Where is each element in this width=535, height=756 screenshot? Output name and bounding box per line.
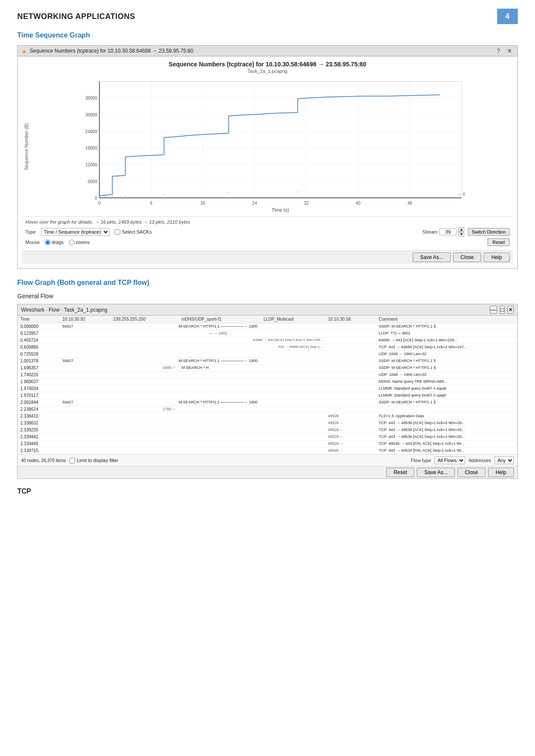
flow-row[interactable]: 1.696357 2000 ← M-SEARCH * H SSDP: M-SEA… [18, 365, 517, 372]
cell-comment: SSDP: M-SEARCH * HTTP/1.1 § [376, 365, 517, 372]
flow-items-info: 40 nodes, 26,370 items [21, 458, 66, 463]
cell-flow [60, 440, 325, 447]
flow-row[interactable]: 1.970034 LLMNR: Standard query 0x467 A s… [18, 385, 517, 392]
cell-dest [325, 372, 376, 378]
flow-row[interactable]: 0.455724 64680 → 443 [ACK] Seq=1 Ack=1 W… [18, 337, 517, 344]
cell-dest [325, 385, 376, 392]
stream-up-btn[interactable]: ▲ [458, 227, 464, 232]
cell-dest: 49526 [325, 413, 376, 420]
cell-time: 2.339442 [18, 434, 60, 440]
flow-maximize-btn[interactable]: □ [500, 306, 505, 314]
cell-time: 0.605886 [18, 344, 60, 351]
svg-text:24: 24 [252, 201, 257, 206]
select-sacks-checkbox[interactable] [115, 229, 120, 235]
cell-dest [325, 399, 376, 406]
help-ctrl-btn[interactable]: ? [495, 47, 502, 54]
cell-dest: 49526 ← [325, 427, 376, 434]
hover-info: Hover over the graph for details. → 16 p… [25, 219, 510, 225]
cell-dest [325, 337, 376, 344]
zooms-radio[interactable] [69, 240, 75, 245]
flow-close-button[interactable]: Close [457, 468, 485, 477]
wireshark-icon: ▲ [21, 47, 27, 54]
stream-spinner[interactable]: ▲ ▼ [458, 227, 464, 237]
mouse-controls: Mouse drags zooms [25, 240, 90, 245]
flow-row[interactable]: 1.960637 MDNS: Name query TRE 68PAD=685.… [18, 378, 517, 385]
type-select[interactable]: Time / Sequence (tcptrace) [41, 228, 110, 236]
flow-minimize-btn[interactable]: — [490, 306, 497, 314]
cell-flow: 64680 → 443 [ACK] Seq=1 Ack=1 Win=228... [111, 337, 325, 344]
switch-direction-button[interactable]: Switch Direction [468, 228, 510, 236]
reset-button[interactable]: Reset [488, 238, 510, 246]
cell-dest: 49526 ← [325, 434, 376, 440]
close-button[interactable]: Close [453, 253, 481, 262]
stream-input[interactable] [439, 228, 457, 235]
limit-filter-checkbox[interactable] [69, 458, 75, 463]
save-as-button[interactable]: Save As... [413, 253, 451, 262]
flow-row[interactable]: 2.238624 1700 ← [18, 406, 517, 413]
cell-time: 0.455724 [18, 337, 60, 344]
flow-row[interactable]: 2.001844 59427 M-SEARCH * HTTP/1.1 —————… [18, 399, 517, 406]
flow-row[interactable]: 0.605886 443 → 64680 [ACK] Seq=1... TCP:… [18, 344, 517, 351]
flow-row[interactable]: 0.725528 UDP: 1046 → 1900 Len=32 [18, 351, 517, 358]
drags-text: drags [52, 240, 64, 245]
cell-comment: TCP: 443 → 49536 [ACK] Seq=1 Ack=1 Win=2… [376, 427, 517, 434]
stream-down-btn[interactable]: ▼ [458, 232, 464, 237]
cell-flow: 2000 ← [60, 365, 179, 372]
flow-row[interactable]: 1.970117 LLMNR: Standard query 0x467 A c… [18, 392, 517, 399]
select-sacks-label[interactable]: Select SACKs [115, 229, 152, 235]
cell-src [60, 337, 111, 344]
zooms-radio-label[interactable]: zooms [69, 240, 90, 245]
flow-help-button[interactable]: Help [488, 468, 514, 477]
cell-src: 59427 [60, 399, 111, 406]
cell-dest [325, 378, 376, 385]
time-sequence-titlebar: ▲ Sequence Numbers (tcptrace) for 10.10.… [18, 46, 517, 56]
cell-time: 1.696357 [18, 365, 60, 372]
flow-table-content: Time 10.10.30.92 239.255.255.250 mDNS/UD… [18, 316, 517, 454]
flow-row[interactable]: 2.339442 49526 ← TCP: 443 → 49536 [ACK] … [18, 434, 517, 440]
flow-bottom-right: Flow type All Flows Addresses Any [411, 456, 514, 464]
cell-time: 1.740226 [18, 372, 60, 378]
cell-comment: LLDP: TTL = 3601 [376, 330, 517, 337]
flow-reset-button[interactable]: Reset [386, 468, 414, 477]
close-ctrl-btn[interactable]: ✕ [505, 47, 514, 54]
drags-radio[interactable] [45, 240, 50, 245]
svg-text:0: 0 [95, 196, 97, 200]
addresses-select[interactable]: Any [494, 456, 514, 464]
cell-time: 2.339235 [18, 427, 60, 434]
col-time: Time [18, 316, 60, 323]
chart-area: Sequence Number (B) [22, 77, 513, 216]
cell-flow2 [179, 406, 325, 413]
cell-dest [325, 344, 376, 351]
type-label: Type [25, 229, 36, 234]
drags-radio-label[interactable]: drags [45, 240, 64, 245]
flow-row[interactable]: 2.338410 49526 TLS>1.3: Application Data [18, 413, 517, 420]
cell-comment: 64680 → 443 [ACK] Seq=1 Ack=1 Win=228... [376, 337, 517, 344]
flow-type-select[interactable]: All Flows [435, 456, 465, 464]
flow-titlebar-controls[interactable]: — □ ✕ [490, 306, 514, 314]
stream-control: Stream ▲ ▼ [422, 227, 464, 237]
flow-save-as-button[interactable]: Save As... [417, 468, 455, 477]
cell-flow [60, 378, 325, 385]
flow-row[interactable]: 1.740226 UDP: 1046 → 1900 Len=32 [18, 372, 517, 378]
flow-close-btn[interactable]: ✕ [507, 306, 514, 314]
flow-row[interactable]: 2.339235 49526 ← TCP: 443 → 49536 [ACK] … [18, 427, 517, 434]
dialog-buttons: Save As... Close Help [22, 250, 513, 264]
titlebar-left: ▲ Sequence Numbers (tcptrace) for 10.10.… [21, 47, 193, 54]
cell-comment: TCP: 443 → 64534 [FIN, ACK] Seq=1 Ack=1 … [376, 447, 517, 454]
flow-row[interactable]: 0.000000 59427 M-SEARCH * HTTP/1.1 —————… [18, 323, 517, 330]
cell-flow: 443 → 64680 [ACK] Seq=1... [111, 344, 325, 351]
cell-dest: 49526 ← [325, 440, 376, 447]
titlebar-controls[interactable]: ? ✕ [495, 47, 514, 54]
limit-filter-label[interactable]: Limit to display filter [69, 458, 119, 463]
help-button[interactable]: Help [484, 253, 510, 262]
cell-time: 2.001844 [18, 399, 60, 406]
time-sequence-section-title: Time Sequence Graph [17, 31, 518, 39]
flow-row[interactable]: 2.339445 49526 ← TCP: 49546 → 443 [FIN, … [18, 440, 517, 447]
flow-row[interactable]: 1.001378 59427 M-SEARCH * HTTP/1.1 —————… [18, 358, 517, 365]
flow-row[interactable]: 2.338632 49526 ← TCP: 443 → 49536 [ACK] … [18, 420, 517, 427]
reset-btn-area: Reset [488, 238, 510, 246]
flow-row[interactable]: 0.123957 — → 1601 LLDP: TTL = 3601 [18, 330, 517, 337]
svg-text:36000: 36000 [85, 96, 97, 100]
flow-graph-section-title: Flow Graph (Both general and TCP flow) [17, 279, 518, 287]
flow-row[interactable]: 2.339715 49545 ← TCP: 443 → 64534 [FIN, … [18, 447, 517, 454]
